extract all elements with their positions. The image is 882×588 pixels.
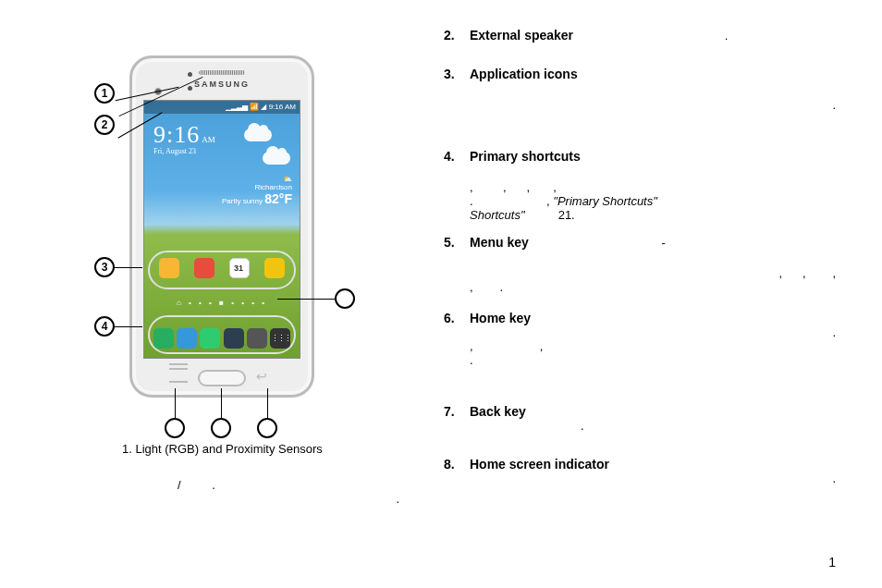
page-number: 1	[828, 555, 836, 570]
list-item-7: 7. Back key .	[444, 404, 836, 433]
callout-marker-3: 3	[94, 257, 115, 277]
weather-location: Richardson	[222, 183, 292, 191]
notes-icon	[264, 258, 285, 278]
item-term: Light (RGB) and Proximity Sensors	[135, 442, 322, 456]
right-column: 2. External speaker . 3. Application ico…	[425, 0, 882, 588]
item-number: 3.	[444, 67, 455, 81]
item-description: , ,	[470, 339, 836, 353]
home-button-icon	[198, 370, 246, 386]
phone-screen: ▁▂▃▅ 📶 ◢ 9:16 AM 9:16AM Fri, August 23 ⛅…	[143, 100, 300, 359]
callout-marker-1: 1	[94, 83, 115, 104]
callout-marker-blank	[165, 418, 185, 438]
item-term: Primary shortcuts	[470, 149, 581, 164]
clock-ampm: AM	[202, 135, 215, 144]
desc-period: .	[396, 492, 399, 506]
email-icon	[194, 258, 214, 278]
callout-line	[221, 388, 222, 418]
weather-widget: ⛅ Richardson Partly sunny 82°F	[222, 175, 292, 206]
list-item-6: 6. Home key . , , .	[444, 311, 836, 367]
cross-reference-tail: Shortcuts"	[470, 208, 525, 222]
item-description: .	[470, 472, 836, 485]
left-column: SAMSUNG ▁▂▃▅ 📶 ◢ 9:16 AM 9:16AM Fri, Aug…	[0, 0, 425, 588]
item-description: .	[832, 98, 836, 112]
browser-icon	[224, 328, 244, 349]
clock-date: Fri, August 23	[153, 147, 215, 155]
earpiece-icon	[199, 70, 245, 75]
weather-condition: Partly sunny	[222, 197, 263, 205]
item-term: Application icons	[470, 67, 578, 81]
callout-marker-4: 4	[94, 316, 115, 337]
callout-line	[175, 388, 176, 418]
item-description: .	[725, 29, 729, 43]
weather-temp: 82°F	[264, 191, 292, 206]
page-ref: 21.	[525, 208, 575, 222]
callout-marker-blank	[211, 418, 231, 438]
app-icons-row	[152, 258, 292, 278]
chat-icon	[200, 328, 220, 349]
desc-period: .	[212, 478, 215, 492]
sensor-dot-icon	[188, 86, 192, 91]
item-description: . , "Primary Shortcuts"	[470, 194, 836, 208]
camera-icon	[247, 328, 267, 349]
sensor-dot-icon	[188, 72, 192, 77]
item-description: / . .	[122, 478, 399, 522]
item-term: Menu key	[470, 235, 529, 250]
item-term: External speaker	[470, 28, 573, 43]
item-number: 6.	[444, 311, 455, 325]
cross-reference: "Primary Shortcuts"	[553, 194, 657, 208]
clock-time: 9:16	[153, 121, 200, 148]
dock-row	[152, 328, 292, 349]
callout-line	[267, 388, 268, 418]
item-dash: -	[661, 236, 665, 250]
list-item-1: 1. Light (RGB) and Proximity Sensors / .…	[102, 442, 399, 522]
item-number: 2.	[444, 28, 455, 43]
item-term: Back key	[470, 404, 526, 419]
cloud-icon	[244, 129, 272, 141]
home-screen-indicator: ⌂ • • • ■ • • • •	[144, 299, 300, 307]
calendar-icon	[229, 258, 250, 278]
item-description: , , ,	[470, 266, 836, 280]
phone-illustration: SAMSUNG ▁▂▃▅ 📶 ◢ 9:16 AM 9:16AM Fri, Aug…	[129, 55, 314, 398]
back-key-icon	[256, 373, 275, 383]
contacts-icon	[159, 258, 179, 278]
item-number: 1.	[122, 442, 132, 456]
list-item-2: 2. External speaker .	[444, 28, 836, 43]
apps-drawer-icon	[270, 328, 290, 349]
callout-line	[277, 299, 335, 300]
callout-marker-blank	[257, 418, 277, 438]
callout-marker-blank	[335, 288, 355, 309]
weather-icon: ⛅	[222, 175, 292, 183]
item-number: 4.	[444, 149, 455, 164]
item-number: 8.	[444, 457, 455, 472]
cloud-icon	[263, 152, 290, 165]
item-description: .	[581, 419, 836, 433]
item-description: , .	[470, 280, 836, 294]
menu-key-icon	[169, 373, 188, 383]
callout-marker-2: 2	[94, 115, 115, 135]
item-term: Home key	[470, 311, 531, 325]
item-description: , , , ,	[470, 180, 836, 194]
item-number: 5.	[444, 235, 455, 250]
clock-widget: 9:16AM Fri, August 23	[153, 121, 215, 155]
item-description: .	[470, 325, 836, 339]
callout-line	[115, 267, 142, 268]
status-bar: ▁▂▃▅ 📶 ◢ 9:16 AM	[144, 101, 300, 114]
phone-body: SAMSUNG ▁▂▃▅ 📶 ◢ 9:16 AM 9:16AM Fri, Aug…	[129, 55, 314, 398]
list-item-3: 3. Application icons .	[444, 67, 836, 112]
item-number: 7.	[444, 404, 455, 419]
callout-line	[115, 326, 142, 327]
item-term: Home screen indicator	[470, 457, 609, 472]
list-item-5: 5. Menu key - , , , , .	[444, 235, 836, 294]
list-item-4: 4. Primary shortcuts , , , , . , "Primar…	[444, 149, 836, 222]
desc-sep: /	[178, 478, 181, 492]
messaging-icon	[177, 328, 197, 349]
list-item-8: 8. Home screen indicator .	[444, 457, 836, 485]
phone-top: SAMSUNG	[132, 66, 312, 89]
item-description: .	[470, 353, 836, 367]
phone-icon	[153, 328, 174, 349]
